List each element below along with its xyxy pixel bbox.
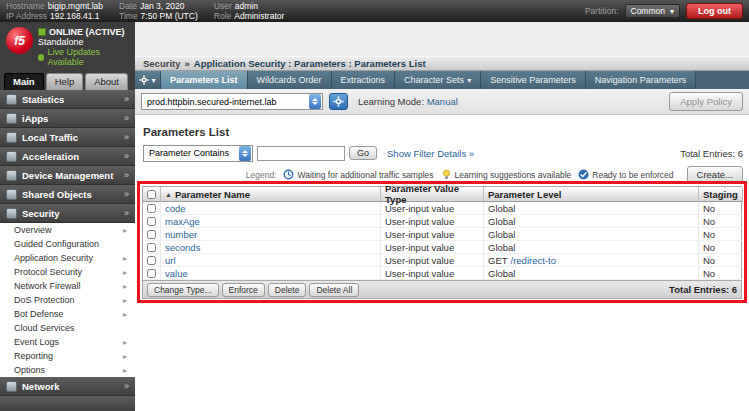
column-label: Staging bbox=[703, 189, 738, 200]
param-level-cell: Global bbox=[484, 228, 699, 241]
param-name-link[interactable]: maxAge bbox=[165, 216, 200, 227]
param-name-link[interactable]: url bbox=[165, 255, 176, 266]
column-header-level[interactable]: Parameter Level bbox=[484, 187, 699, 202]
enforce-button[interactable]: Enforce bbox=[222, 283, 265, 297]
column-header-parameter-name[interactable]: ▲Parameter Name bbox=[161, 187, 381, 202]
breadcrumb-section[interactable]: Security bbox=[143, 58, 181, 69]
change-type-button[interactable]: Change Type... bbox=[147, 283, 219, 297]
submenu-item-reporting[interactable]: Reporting▸ bbox=[0, 349, 135, 363]
tab-extractions[interactable]: Extractions bbox=[332, 71, 396, 89]
tab-navigation-parameters[interactable]: Navigation Parameters bbox=[586, 71, 697, 89]
param-level-link[interactable]: /redirect-to bbox=[511, 255, 556, 266]
submenu-item-protocol-security[interactable]: Protocol Security▸ bbox=[0, 265, 135, 279]
submenu-item-network-firewall[interactable]: Network Firewall▸ bbox=[0, 279, 135, 293]
statistics-icon bbox=[6, 94, 17, 105]
param-staging-cell: No bbox=[699, 254, 743, 267]
row-checkbox[interactable] bbox=[147, 243, 156, 252]
filter-text-input[interactable] bbox=[257, 146, 345, 161]
tab-about[interactable]: About bbox=[85, 73, 128, 90]
partition-select[interactable]: Common ▾ bbox=[625, 4, 681, 18]
param-level: GET bbox=[488, 255, 508, 266]
logout-button[interactable]: Log out bbox=[686, 3, 743, 19]
chevron-right-icon: » bbox=[124, 132, 129, 142]
param-name-link[interactable]: seconds bbox=[165, 242, 200, 253]
sidebar-item-shared-objects[interactable]: Shared Objects» bbox=[0, 185, 135, 204]
sub-arrow-icon: ▸ bbox=[123, 268, 127, 277]
tab-help[interactable]: Help bbox=[46, 73, 84, 90]
policy-settings-button[interactable] bbox=[329, 93, 348, 110]
column-header-staging[interactable]: Staging bbox=[699, 187, 743, 202]
acceleration-icon bbox=[6, 151, 17, 162]
online-status-icon bbox=[38, 28, 46, 36]
submenu-item-bot-defense[interactable]: Bot Defense▸ bbox=[0, 307, 135, 321]
filter-bar: Parameter Contains Go Show Filter Detail… bbox=[143, 144, 743, 162]
user-value: admin bbox=[235, 1, 258, 11]
tab-parameters-list[interactable]: Parameters List bbox=[161, 71, 248, 89]
sidebar-item-network[interactable]: Network» bbox=[0, 377, 135, 396]
delete-all-button[interactable]: Delete All bbox=[309, 283, 359, 297]
chevron-right-icon: » bbox=[124, 151, 129, 161]
apply-policy-button[interactable]: Apply Policy bbox=[669, 92, 743, 111]
param-name-link[interactable]: code bbox=[165, 203, 186, 214]
param-type-cell: User-input value bbox=[381, 215, 484, 228]
row-checkbox[interactable] bbox=[147, 204, 156, 213]
column-header-value-type[interactable]: Parameter Value Type bbox=[381, 187, 484, 202]
delete-button[interactable]: Delete bbox=[268, 283, 307, 297]
submenu-item-guided-configuration[interactable]: Guided Configuration bbox=[0, 237, 135, 251]
select-all-checkbox[interactable] bbox=[147, 190, 156, 199]
clock-icon bbox=[283, 169, 294, 180]
tab-character-sets[interactable]: Character Sets▾ bbox=[395, 71, 481, 89]
tab-label: Character Sets bbox=[404, 75, 464, 85]
param-type: User-input value bbox=[385, 229, 454, 240]
tab-main[interactable]: Main bbox=[4, 73, 44, 90]
param-staging-cell: No bbox=[699, 202, 743, 215]
param-name-cell: code bbox=[161, 202, 381, 215]
policy-select[interactable]: prod.httpbin.secured-internet.lab bbox=[141, 93, 323, 110]
submenu-item-options[interactable]: Options▸ bbox=[0, 363, 135, 377]
chevron-right-icon: » bbox=[124, 94, 129, 104]
sidebar-item-label: Shared Objects bbox=[22, 189, 92, 200]
tab-sensitive-parameters[interactable]: Sensitive Parameters bbox=[481, 71, 586, 89]
row-checkbox[interactable] bbox=[147, 269, 156, 278]
param-staging-cell: No bbox=[699, 228, 743, 241]
submenu-item-cloud-services[interactable]: Cloud Services bbox=[0, 321, 135, 335]
submenu-item-event-logs[interactable]: Event Logs▸ bbox=[0, 335, 135, 349]
submenu-label: Cloud Services bbox=[14, 323, 75, 333]
breadcrumb-separator-icon: » bbox=[185, 58, 190, 69]
sidebar-item-device-management[interactable]: Device Management» bbox=[0, 166, 135, 185]
sidebar-item-label: Network bbox=[22, 381, 59, 392]
live-updates-status[interactable]: Live Updates Available bbox=[47, 47, 131, 67]
param-level: Global bbox=[488, 268, 515, 279]
row-checkbox[interactable] bbox=[147, 217, 156, 226]
sidebar-item-local-traffic[interactable]: Local Traffic» bbox=[0, 128, 135, 147]
shared-objects-icon bbox=[6, 189, 17, 200]
ip-value: 192.168.41.1 bbox=[50, 11, 100, 21]
learning-mode-link[interactable]: Manual bbox=[427, 96, 458, 107]
sidebar-item-security[interactable]: Security» bbox=[0, 204, 135, 223]
submenu-item-application-security[interactable]: Application Security▸ bbox=[0, 251, 135, 265]
breadcrumb-path[interactable]: Application Security : Parameters : Para… bbox=[194, 58, 426, 69]
go-button[interactable]: Go bbox=[349, 146, 377, 160]
sidebar-item-iapps[interactable]: iApps» bbox=[0, 109, 135, 128]
policy-menu-button[interactable]: ▾ bbox=[135, 71, 161, 89]
row-checkbox[interactable] bbox=[147, 256, 156, 265]
param-name-link[interactable]: value bbox=[165, 268, 188, 279]
row-checkbox-cell bbox=[143, 254, 161, 267]
partition-label: Partition: bbox=[585, 6, 619, 16]
submenu-item-overview[interactable]: Overview▸ bbox=[0, 223, 135, 237]
row-checkbox[interactable] bbox=[147, 230, 156, 239]
sidebar-item-statistics[interactable]: Statistics» bbox=[0, 90, 135, 109]
submenu-item-dos-protection[interactable]: DoS Protection▸ bbox=[0, 293, 135, 307]
param-name-cell: number bbox=[161, 228, 381, 241]
lightbulb-icon bbox=[441, 169, 452, 180]
show-filter-details-link[interactable]: Show Filter Details » bbox=[387, 148, 474, 159]
row-checkbox-cell bbox=[143, 267, 161, 280]
filter-type-select[interactable]: Parameter Contains bbox=[143, 145, 253, 162]
sidebar-item-acceleration[interactable]: Acceleration» bbox=[0, 147, 135, 166]
create-button[interactable]: Create... bbox=[687, 166, 743, 183]
date-label: Date bbox=[119, 1, 137, 11]
param-name-link[interactable]: number bbox=[165, 229, 197, 240]
top-status-bar: Hostnamebigip.mgmt.lab IP Address192.168… bbox=[0, 0, 749, 22]
tab-wildcards-order[interactable]: Wildcards Order bbox=[248, 71, 332, 89]
param-level: Global bbox=[488, 203, 515, 214]
